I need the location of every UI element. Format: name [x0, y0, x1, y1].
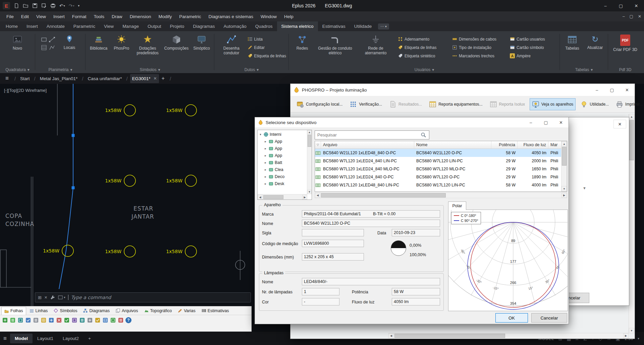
- panel-tool-icon[interactable]: [41, 317, 47, 323]
- device-maximize-button[interactable]: ▢: [538, 117, 553, 127]
- menu-draw[interactable]: Draw: [108, 11, 126, 21]
- phospro-hscrollbar[interactable]: ◀ ▶: [388, 333, 629, 338]
- panel-tab-varias[interactable]: Varias: [175, 307, 198, 315]
- panel-tab-topografico[interactable]: Topográfico: [142, 307, 175, 315]
- column-header-marca[interactable]: Mar: [548, 141, 562, 149]
- novo-button[interactable]: Novo: [12, 33, 22, 64]
- mdi-minimize-button[interactable]: –: [623, 14, 625, 19]
- ribbon-tab-manage[interactable]: Manage: [118, 21, 143, 31]
- ok-button[interactable]: OK: [495, 313, 528, 323]
- menu-edit[interactable]: Edit: [17, 11, 33, 21]
- nr-lampadas-field[interactable]: 1: [302, 288, 339, 295]
- layout-tab-model[interactable]: Model: [10, 334, 33, 343]
- new-doc-tab-button[interactable]: +: [159, 75, 167, 81]
- scrollbar-thumb[interactable]: [562, 147, 567, 166]
- phospro-vscrollbar[interactable]: ▲ ▼: [629, 114, 634, 333]
- save-button[interactable]: [32, 3, 38, 8]
- cartao-usuarios-button[interactable]: Cartão usuarios: [508, 36, 553, 43]
- expand-icon[interactable]: ▸: [264, 140, 267, 143]
- group-label-usuarios[interactable]: Usuários▾: [289, 67, 559, 72]
- command-input[interactable]: Type a command: [71, 295, 111, 300]
- scrollbar-thumb[interactable]: [394, 334, 505, 338]
- panel-tab-arquivos[interactable]: Arquivos: [113, 307, 141, 315]
- ampere-button[interactable]: A Ampère: [508, 52, 553, 59]
- tree-hscrollbar[interactable]: ◀ ▶: [258, 194, 307, 199]
- menu-tools[interactable]: Tools: [90, 11, 108, 21]
- cancel-button[interactable]: Cancelar: [531, 313, 567, 323]
- scrollbar-thumb[interactable]: [263, 195, 283, 199]
- sigla-field[interactable]: [302, 229, 364, 236]
- utilidade-button[interactable]: Utilidade...: [578, 98, 611, 110]
- tree-item[interactable]: ▸ App: [259, 152, 312, 159]
- tree-vscrollbar[interactable]: ▲ ▼: [307, 130, 312, 194]
- dotacoes-predefinidos-button[interactable]: Dotações predefinidos: [132, 33, 163, 64]
- tree-item[interactable]: ▸ Desk: [259, 180, 312, 187]
- ribbon-overflow-button[interactable]: ⋯▾: [378, 23, 389, 30]
- etiqueta-de-linhas-button[interactable]: Etiqueta de linhas: [246, 52, 287, 59]
- menu-dimension[interactable]: Dimension: [126, 11, 155, 21]
- ribbon-tab-annotate[interactable]: Annotate: [42, 21, 69, 31]
- ribbon-tab-utilidade[interactable]: Utilidade: [350, 21, 376, 31]
- panel-tab-linhas[interactable]: Linhas: [27, 307, 51, 315]
- group-label-tabelas[interactable]: Tabelas▾: [560, 67, 608, 72]
- phospro-button[interactable]: PhosPro: [111, 33, 132, 64]
- grip-point[interactable]: [72, 186, 75, 189]
- device-row[interactable]: BCS680 W17L120 1xLED48_840 LIN-PC BCS680…: [315, 181, 562, 189]
- doc-tab-metal-jas[interactable]: Metal Jas_Plan01*: [38, 74, 80, 83]
- panel-tool-icon[interactable]: [71, 317, 77, 323]
- sinoptico-button[interactable]: Sinóptico: [190, 33, 213, 64]
- tipo-de-instalacao-button[interactable]: Tipo de instalação: [451, 44, 505, 51]
- collapse-icon[interactable]: ▾: [259, 133, 262, 136]
- qat-customize-button[interactable]: ▾: [78, 4, 80, 7]
- lista-button[interactable]: Lista: [246, 36, 287, 43]
- etiqueta-sintetico-button[interactable]: Etiqueta sintético: [396, 52, 447, 59]
- device-row[interactable]: BCS680 W7L120 1xLED24_840 MLO-PC BCS680 …: [315, 165, 562, 173]
- menu-modify[interactable]: Modify: [155, 11, 175, 21]
- menu-help[interactable]: Help: [280, 11, 297, 21]
- mdi-restore-button[interactable]: ▢: [630, 14, 633, 19]
- app-logo-icon[interactable]: E: [3, 2, 10, 9]
- hatch-tool-icon[interactable]: [41, 44, 47, 51]
- redo-button[interactable]: ↷▾: [69, 3, 74, 8]
- resultados-button[interactable]: Resultados...: [387, 98, 424, 110]
- rede-de-aterramento-button[interactable]: Rede de aterramento: [358, 33, 393, 64]
- menu-format[interactable]: Format: [68, 11, 90, 21]
- panel-tool-icon[interactable]: [17, 317, 23, 323]
- minimize-button[interactable]: –: [598, 0, 613, 11]
- ribbon-tab-parametric[interactable]: Parametric: [69, 21, 100, 31]
- panel-tool-icon[interactable]: [79, 317, 85, 323]
- polyline-tool-icon[interactable]: [49, 44, 55, 51]
- table-vscrollbar[interactable]: ▲ ▼: [561, 141, 567, 191]
- column-header-fluxo[interactable]: Fluxo de luz: [518, 141, 548, 149]
- tree-item[interactable]: ▸ Batt: [259, 159, 312, 166]
- statusbar-menu-icon[interactable]: ≡: [0, 335, 10, 342]
- column-header-nome[interactable]: Nome: [414, 141, 491, 149]
- tree-item[interactable]: ▸ Clea: [259, 166, 312, 173]
- dimensoes-de-cabos-button[interactable]: Dimensões de cabos: [451, 36, 505, 43]
- group-label-dutos[interactable]: Dutos▾: [215, 67, 288, 72]
- menu-diagramas-e-sistemas[interactable]: Diagramas e sistemas: [205, 11, 257, 21]
- expand-icon[interactable]: ▸: [264, 168, 267, 171]
- sort-indicator-icon[interactable]: ▽: [315, 141, 321, 149]
- locais-button[interactable]: Locais: [59, 33, 80, 64]
- reporta-equipamentos-button[interactable]: Reporta equipamentos...: [427, 98, 485, 110]
- ribbon-tab-estimativas[interactable]: Estimativas: [318, 21, 350, 31]
- ribbon-tab-output[interactable]: Output: [143, 21, 166, 31]
- veja-os-aparelhos-button[interactable]: Veja os aparelhos: [530, 98, 576, 110]
- search-icon[interactable]: [421, 132, 426, 138]
- grid-toggle-icon[interactable]: ⊞: [38, 295, 42, 300]
- group-label-planimetria[interactable]: Planimetria▾: [36, 67, 85, 72]
- group-label-simbolos[interactable]: Símbolos▾: [86, 67, 214, 72]
- rectangle-tool-icon[interactable]: [41, 36, 47, 43]
- ribbon-tab-insert[interactable]: Insert: [22, 21, 42, 31]
- mdi-close-button[interactable]: ✕: [638, 14, 641, 19]
- menu-view[interactable]: View: [33, 11, 50, 21]
- atualizar-button[interactable]: ↻ Atualizar: [584, 33, 606, 64]
- close-tab-icon[interactable]: ✕: [154, 76, 157, 81]
- tree-item-interni[interactable]: ▾ Interni: [259, 131, 312, 138]
- panel-tool-icon[interactable]: [2, 317, 8, 323]
- panel-tab-folhas[interactable]: Folhas: [1, 307, 26, 315]
- cartao-simbolo-button[interactable]: Cartão símbolo: [508, 44, 553, 51]
- ribbon-tab-projeto[interactable]: Projeto: [165, 21, 189, 31]
- panel-tab-simbolos[interactable]: Símbolos: [51, 307, 80, 315]
